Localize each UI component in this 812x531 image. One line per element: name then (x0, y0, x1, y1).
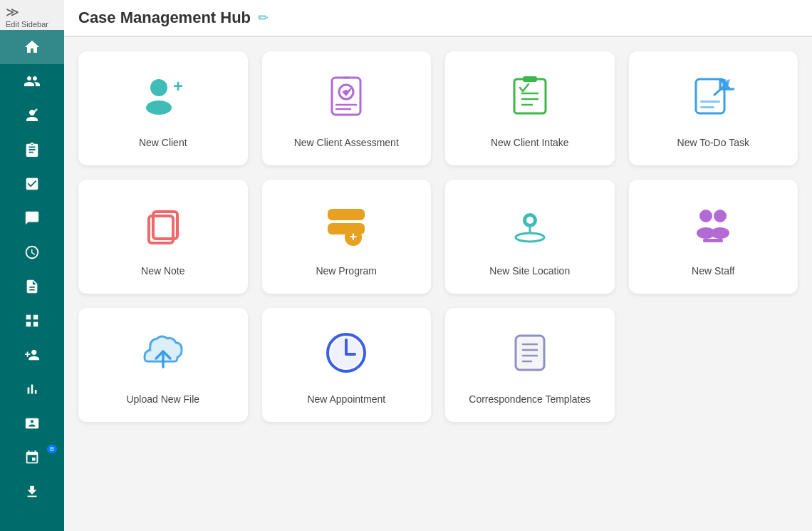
contact-icon (24, 416, 40, 431)
cards-row-2: New Note + New Program (78, 180, 798, 294)
collapse-sidebar-icon[interactable]: ≫ (6, 4, 19, 20)
new-note-label: New Note (141, 264, 184, 279)
new-client-assessment-card[interactable]: New Client Assessment (262, 51, 432, 165)
chart-icon (24, 381, 40, 397)
cards-row-3: Upload New File New Appointment (78, 308, 798, 422)
new-staff-card[interactable]: New Staff (629, 180, 798, 294)
new-note-icon (140, 202, 186, 254)
svg-point-25 (516, 233, 544, 242)
page-header: Case Management Hub ✏ (64, 0, 812, 37)
correspondence-templates-icon (507, 330, 553, 383)
new-staff-icon (690, 202, 736, 254)
new-program-label: New Program (316, 264, 377, 279)
main-content: Case Management Hub ✏ + New Client (64, 0, 812, 531)
svg-rect-17 (700, 100, 720, 103)
sidebar-item-notes[interactable] (0, 201, 64, 235)
tasks-icon (24, 176, 40, 192)
sidebar-item-user-edit[interactable] (0, 98, 64, 133)
svg-text:+: + (173, 76, 183, 96)
sidebar-item-calendar[interactable]: B (0, 440, 64, 475)
new-client-assessment-label: New Client Assessment (294, 136, 399, 150)
svg-point-0 (150, 79, 167, 96)
sidebar-item-clipboard[interactable] (0, 133, 64, 167)
new-client-assessment-icon (323, 73, 369, 126)
sidebar-item-file[interactable] (0, 269, 64, 304)
sidebar-item-tasks[interactable] (0, 167, 64, 201)
clipboard-icon (24, 142, 40, 158)
sidebar-item-clock[interactable] (0, 235, 64, 269)
new-todo-task-label: New To-Do Task (677, 136, 749, 150)
svg-point-29 (699, 210, 712, 222)
grid-icon (24, 313, 40, 329)
new-client-icon: + (140, 73, 186, 126)
clock-icon (24, 244, 40, 260)
upload-new-file-label: Upload New File (126, 393, 199, 407)
calendar-icon (24, 450, 40, 465)
new-note-card[interactable]: New Note (78, 180, 248, 294)
new-client-label: New Client (139, 136, 187, 150)
new-todo-task-icon (690, 73, 736, 126)
cards-row-1: + New Client (78, 51, 798, 165)
calendar-badge: B (47, 445, 57, 453)
sidebar-item-home[interactable] (0, 30, 64, 64)
svg-point-27 (526, 217, 533, 224)
new-program-icon: + (323, 202, 369, 254)
content-area: + New Client (64, 37, 812, 531)
sidebar-item-clients[interactable] (0, 64, 64, 98)
correspondence-templates-label: Correspondence Templates (469, 393, 590, 407)
sidebar-item-person-add[interactable] (0, 338, 64, 372)
svg-point-32 (711, 227, 729, 239)
clients-icon (24, 73, 41, 90)
upload-new-file-card[interactable]: Upload New File (78, 308, 248, 422)
new-client-intake-card[interactable]: New Client Intake (445, 51, 615, 165)
new-site-location-card[interactable]: New Site Location (445, 180, 615, 294)
svg-point-9 (344, 90, 348, 94)
new-staff-label: New Staff (692, 264, 734, 279)
svg-point-31 (714, 210, 727, 222)
svg-rect-37 (516, 336, 544, 370)
person-add-icon (24, 347, 40, 363)
svg-rect-33 (703, 239, 723, 242)
download-icon (24, 484, 40, 500)
sidebar-item-contact[interactable] (0, 406, 64, 440)
sidebar-header: ≫ Edit Sidebar (0, 0, 64, 30)
new-client-intake-icon (507, 73, 553, 126)
sidebar-item-grid[interactable] (0, 304, 64, 338)
file-icon (24, 279, 40, 294)
home-icon (24, 38, 41, 56)
new-client-card[interactable]: + New Client (78, 51, 248, 165)
new-client-intake-label: New Client Intake (491, 136, 569, 150)
svg-rect-12 (523, 76, 537, 82)
sidebar-item-chart[interactable] (0, 372, 64, 406)
svg-text:+: + (350, 230, 358, 244)
new-program-card[interactable]: + New Program (262, 180, 432, 294)
page-title: Case Management Hub (78, 9, 251, 27)
new-site-location-icon (507, 202, 553, 254)
edit-title-icon[interactable]: ✏ (258, 10, 269, 26)
svg-rect-18 (700, 106, 714, 108)
user-edit-icon (24, 107, 41, 124)
upload-new-file-icon (140, 330, 186, 383)
svg-rect-21 (328, 209, 365, 220)
edit-sidebar-label[interactable]: Edit Sidebar (6, 20, 48, 29)
sidebar: ≫ Edit Sidebar (0, 0, 64, 531)
new-appointment-label: New Appointment (307, 393, 385, 407)
new-site-location-label: New Site Location (489, 264, 570, 279)
new-todo-task-card[interactable]: New To-Do Task (629, 51, 798, 165)
notes-icon (24, 210, 40, 226)
new-appointment-card[interactable]: New Appointment (262, 308, 432, 422)
sidebar-item-download[interactable] (0, 475, 64, 509)
new-appointment-icon (323, 330, 369, 383)
svg-rect-11 (514, 79, 546, 113)
svg-point-1 (146, 100, 172, 115)
correspondence-templates-card[interactable]: Correspondence Templates (445, 308, 615, 422)
